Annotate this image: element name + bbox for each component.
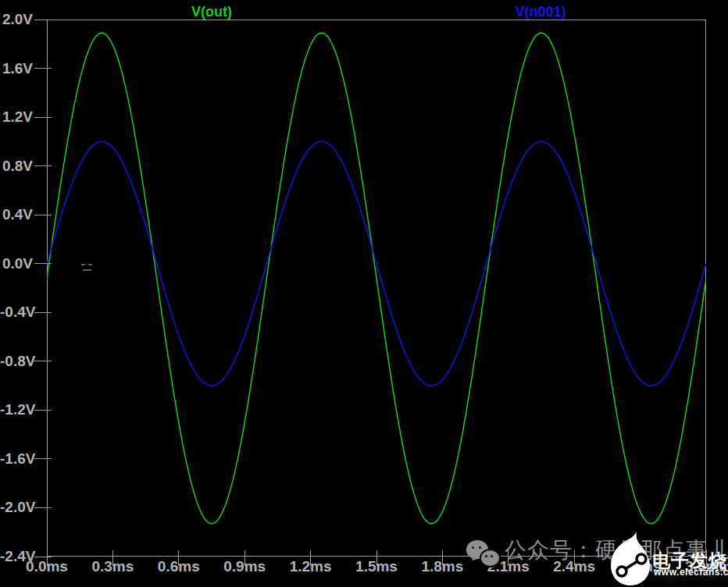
y-tick-label: -1.6V: [0, 451, 33, 467]
x-tick-label: 0.9ms: [212, 559, 277, 575]
x-tick-label: 1.8ms: [409, 559, 475, 575]
y-tick: [34, 165, 52, 166]
wechat-icon: [466, 540, 504, 571]
y-tick: [34, 458, 52, 459]
y-tick-label: 0.0V: [0, 256, 33, 272]
y-tick: [34, 68, 52, 69]
y-tick: [34, 361, 52, 361]
y-tick-label: -0.8V: [0, 354, 33, 369]
x-tick-label: 0.3ms: [80, 559, 145, 575]
elecfans-url: www.elecfans.com: [654, 567, 728, 578]
y-tick-label: 1.2V: [0, 109, 33, 125]
y-tick: [34, 263, 52, 264]
y-tick-label: -1.2V: [0, 402, 33, 418]
y-tick-label: 0.4V: [0, 207, 33, 222]
elecfans-leaf-icon: [610, 532, 651, 586]
x-tick-label: 1.5ms: [344, 559, 409, 575]
legend-vout[interactable]: V(out): [191, 4, 232, 20]
x-tick-label: 1.2ms: [278, 559, 344, 575]
x-tick-label: 0.0ms: [14, 559, 80, 575]
y-tick: [34, 507, 52, 508]
y-tick: [34, 557, 52, 557]
y-tick: [34, 410, 52, 411]
x-tick-label: 0.6ms: [146, 559, 212, 575]
y-tick: [34, 312, 52, 313]
y-tick-label: 0.8V: [0, 158, 33, 174]
trace-vn001: [47, 141, 706, 386]
y-tick-label: 1.6V: [0, 61, 33, 76]
y-tick-label: 2.0V: [0, 12, 33, 27]
waveform-viewer: { "chart_data": { "type": "line", "title…: [0, 0, 728, 587]
y-tick: [34, 117, 52, 118]
y-tick: [34, 215, 52, 215]
trace-vout: [47, 33, 706, 524]
y-tick-label: -2.0V: [0, 500, 33, 515]
trace-canvas[interactable]: [47, 20, 706, 557]
legend-vn001[interactable]: V(n001): [515, 4, 566, 20]
y-tick-label: -0.4V: [0, 304, 33, 320]
y-tick: [34, 20, 52, 20]
